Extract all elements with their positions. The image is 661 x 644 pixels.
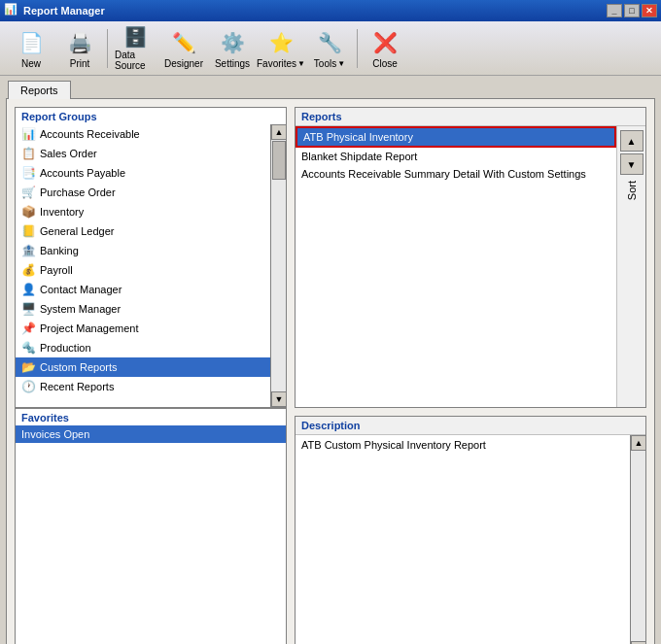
- favorites-button[interactable]: ⭐ Favorites ▼: [258, 25, 304, 72]
- maximize-button[interactable]: □: [624, 4, 640, 17]
- favorites-item-invoices[interactable]: Invoices Open: [16, 425, 286, 443]
- sort-down-button[interactable]: ▼: [620, 153, 644, 175]
- description-scrollbar[interactable]: ▲ ▼: [630, 435, 645, 644]
- list-item[interactable]: 📑 Accounts Payable: [16, 163, 270, 183]
- list-item[interactable]: 👤 Contact Manager: [16, 280, 270, 299]
- toolbar-sep-1: [107, 29, 108, 68]
- production-icon: 🔩: [19, 340, 37, 356]
- report-groups-list: 📊 Accounts Receivable 📋 Sales Order 📑 Ac…: [16, 124, 270, 407]
- tools-button[interactable]: 🔧 Tools ▼: [306, 25, 353, 72]
- system-manager-icon: 🖥️: [19, 301, 37, 317]
- sales-order-icon: 📋: [19, 146, 37, 161]
- window-title: Report Manager: [23, 5, 607, 17]
- recent-reports-icon: 🕐: [19, 379, 37, 394]
- reports-tab[interactable]: Reports: [8, 81, 71, 99]
- data-source-icon: 🗄️: [120, 25, 151, 49]
- payroll-icon: 💰: [19, 262, 37, 278]
- project-management-icon: 📌: [19, 321, 37, 336]
- invoices-open-label: Invoices Open: [21, 428, 89, 440]
- window-close-button[interactable]: ✕: [642, 4, 657, 17]
- print-button[interactable]: 🖨️ Print: [56, 25, 103, 72]
- contact-manager-label: Contact Manager: [40, 284, 122, 295]
- left-bottom: Favorites Invoices Open: [15, 408, 287, 644]
- scroll-track: [271, 140, 286, 391]
- designer-label: Designer: [164, 58, 203, 69]
- window-controls: _ □ ✕: [607, 4, 657, 17]
- report-groups-box: Report Groups 📊 Accounts Receivable 📋 Sa…: [15, 107, 287, 408]
- general-ledger-label: General Ledger: [40, 225, 114, 237]
- reports-header: Reports: [296, 108, 645, 126]
- tools-label: Tools ▼: [314, 58, 345, 69]
- close-button[interactable]: ❌ Close: [362, 25, 408, 72]
- top-panels: Report Groups 📊 Accounts Receivable 📋 Sa…: [15, 107, 646, 408]
- tab-area: Reports: [0, 76, 661, 98]
- report-item-ar-summary[interactable]: Accounts Receivable Summary Detail With …: [296, 165, 616, 183]
- bottom-row: Favorites Invoices Open Description ATB …: [15, 408, 646, 644]
- tools-dropdown-arrow: ▼: [337, 59, 345, 68]
- main-content: Report Groups 📊 Accounts Receivable 📋 Sa…: [6, 98, 655, 644]
- favorites-list: Invoices Open: [16, 425, 286, 644]
- list-item[interactable]: 🖥️ System Manager: [16, 299, 270, 319]
- settings-button[interactable]: ⚙️ Settings: [209, 25, 256, 72]
- minimize-button[interactable]: _: [607, 4, 622, 17]
- blanket-shipdate-label: Blanket Shipdate Report: [301, 151, 417, 162]
- close-icon: ❌: [369, 28, 400, 57]
- sort-label: Sort: [626, 181, 638, 200]
- list-item-custom-reports[interactable]: 📂 Custom Reports: [16, 357, 270, 377]
- scroll-down-button[interactable]: ▼: [271, 391, 287, 407]
- new-label: New: [21, 58, 41, 69]
- scroll-up-button[interactable]: ▲: [271, 124, 287, 140]
- banking-icon: 🏦: [19, 243, 37, 258]
- list-item[interactable]: 🛒 Purchase Order: [16, 183, 270, 202]
- close-label: Close: [372, 58, 398, 69]
- accounts-payable-icon: 📑: [19, 165, 37, 181]
- right-panel: Reports ATB Physical Inventory Blanket S…: [295, 107, 646, 408]
- banking-label: Banking: [40, 245, 79, 256]
- toolbar: 📄 New 🖨️ Print 🗄️ Data Source ✏️ Designe…: [0, 21, 661, 76]
- sort-column: ▲ ▼ Sort: [616, 126, 645, 407]
- list-item[interactable]: 🏦 Banking: [16, 241, 270, 260]
- inventory-label: Inventory: [40, 206, 84, 218]
- data-source-button[interactable]: 🗄️ Data Source: [112, 25, 158, 72]
- reports-list-area: ATB Physical Inventory Blanket Shipdate …: [296, 126, 645, 407]
- favorites-box: Favorites Invoices Open: [15, 408, 287, 644]
- title-bar: 📊 Report Manager _ □ ✕: [0, 0, 661, 21]
- payroll-label: Payroll: [40, 264, 73, 276]
- app-icon: 📊: [4, 3, 19, 18]
- report-item-atb[interactable]: ATB Physical Inventory: [296, 126, 616, 148]
- list-item[interactable]: 📒 General Ledger: [16, 221, 270, 241]
- scroll-thumb[interactable]: [272, 141, 286, 180]
- inventory-icon: 📦: [19, 204, 37, 220]
- new-icon: 📄: [16, 28, 47, 57]
- list-item[interactable]: 💰 Payroll: [16, 260, 270, 280]
- tools-icon: 🔧: [314, 28, 345, 57]
- new-button[interactable]: 📄 New: [8, 25, 54, 72]
- sales-order-label: Sales Order: [40, 148, 97, 159]
- accounts-receivable-icon: 📊: [19, 126, 37, 142]
- list-item[interactable]: 📋 Sales Order: [16, 144, 270, 163]
- list-item[interactable]: 🔩 Production: [16, 338, 270, 357]
- toolbar-sep-2: [357, 29, 358, 68]
- desc-scroll-track: [631, 451, 645, 641]
- description-section: Description ATB Custom Physical Inventor…: [295, 416, 646, 644]
- list-item[interactable]: 📊 Accounts Receivable: [16, 124, 270, 144]
- designer-icon: ✏️: [168, 28, 199, 57]
- designer-button[interactable]: ✏️ Designer: [160, 25, 207, 72]
- general-ledger-icon: 📒: [19, 223, 37, 239]
- list-item[interactable]: 🕐 Recent Reports: [16, 377, 270, 396]
- favorites-label: Favorites ▼: [257, 58, 305, 69]
- list-item[interactable]: 📌 Project Management: [16, 319, 270, 338]
- sort-up-button[interactable]: ▲: [620, 130, 644, 152]
- right-bottom: Description ATB Custom Physical Inventor…: [295, 408, 646, 644]
- contact-manager-icon: 👤: [19, 282, 37, 297]
- desc-scroll-up-button[interactable]: ▲: [631, 435, 646, 451]
- favorites-dropdown-arrow: ▼: [297, 59, 305, 68]
- list-item[interactable]: 📦 Inventory: [16, 202, 270, 221]
- accounts-receivable-label: Accounts Receivable: [40, 128, 140, 140]
- production-label: Production: [40, 342, 91, 354]
- groups-scrollbar[interactable]: ▲ ▼: [270, 124, 286, 407]
- print-icon: 🖨️: [64, 28, 95, 57]
- reports-box: Reports ATB Physical Inventory Blanket S…: [295, 107, 646, 408]
- ar-summary-label: Accounts Receivable Summary Detail With …: [301, 168, 586, 180]
- report-item-blanket[interactable]: Blanket Shipdate Report: [296, 148, 616, 165]
